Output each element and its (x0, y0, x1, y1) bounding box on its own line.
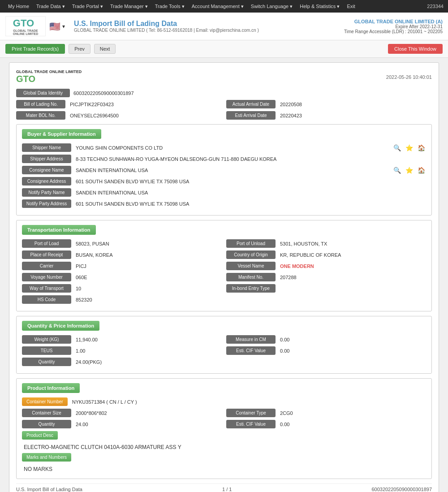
measure-col: Measure in CM 0.00 (226, 335, 426, 344)
container-size-value: 2000*806*802 (74, 410, 222, 417)
user-id: 223344 (427, 4, 444, 9)
product-header: Product Information (22, 383, 80, 393)
qp-quantity-label: Quantity (22, 358, 71, 366)
container-number-button[interactable]: Container Number (22, 397, 68, 406)
shipper-name-label: Shipper Name (22, 143, 71, 152)
nav-trade-tools[interactable]: Trade Tools ▾ (151, 4, 188, 9)
container-size-type-row: Container Size 2000*806*802 Container Ty… (22, 409, 426, 417)
esti-cif-label: Esti. CIF Value (226, 346, 276, 355)
shipper-name-value: YOUNG SHIN COMPONENTS CO LTD (74, 144, 390, 151)
consignee-search-icon[interactable]: 🔍 (392, 167, 402, 174)
port-unload-col: Port of Unload 5301, HOUSTON, TX (226, 239, 426, 248)
way-of-transport-value: 10 (74, 285, 222, 292)
page-pagination: 1 / 1 (222, 487, 232, 492)
master-bol-value: ONEYSELC26964500 (68, 112, 222, 119)
logo-text: GTO (13, 17, 38, 29)
container-number-value: NYKU3571384 ( CN / L / CY ) (70, 398, 426, 406)
consignee-star-icon[interactable]: ⭐ (405, 167, 414, 174)
global-data-identity-value: 6003202205090000301897 (73, 91, 134, 96)
actual-arrival-label: Actual Arrival Date (226, 100, 276, 108)
shipper-search-icon[interactable]: 🔍 (392, 144, 402, 151)
prod-cif-label: Esti. CIF Value (226, 420, 276, 428)
nav-help-statistics[interactable]: Help & Statistics ▾ (296, 4, 343, 9)
notify-party-address-label: Notify Party Address (22, 199, 71, 208)
actual-arrival-value: 20220508 (278, 101, 432, 108)
hs-code-value: 852320 (74, 296, 426, 303)
product-desc-button[interactable]: Product Desc (22, 431, 58, 440)
notify-name-row: Notify Party Name SANDEN INTERNATIONAL U… (22, 188, 426, 197)
quantity-price-header: Quantity & Price Information (22, 321, 99, 331)
nav-switch-language[interactable]: Switch Language ▾ (247, 4, 296, 9)
container-size-label: Container Size (22, 409, 71, 417)
nav-account-management[interactable]: Account Management ▾ (188, 4, 247, 9)
nav-exit[interactable]: Exit (343, 4, 358, 9)
container-type-label: Container Type (226, 409, 276, 417)
buyer-supplier-section: Buyer & Supplier Information Shipper Nam… (16, 124, 432, 216)
way-of-transport-label: Way of Transport (22, 284, 71, 293)
container-type-col: Container Type 2CG0 (226, 409, 426, 417)
flag-selector[interactable]: 🇺🇸 ▾ (49, 21, 65, 32)
nav-my-home[interactable]: My Home (4, 4, 33, 9)
consignee-address-value: 601 SOUTH SANDEN BLVD WYLIE TX 75098 USA (74, 178, 426, 185)
title-area: U.S. Import Bill of Lading Data GLOBAL T… (65, 20, 344, 33)
qp-quantity-value: 24.00(PKG) (74, 358, 426, 366)
country-origin-col: Country of Origin KR, REPUBLIC OF KOREA (226, 250, 426, 259)
logo-sub-text: GLOBAL TRADEONLINE LIMITED (13, 29, 38, 35)
shipper-home-icon[interactable]: 🏠 (417, 144, 426, 151)
container-type-value: 2CG0 (278, 410, 426, 417)
expire-date: Expire After 2022-12-31 (344, 24, 443, 29)
consignee-home-icon[interactable]: 🏠 (417, 167, 426, 174)
quantity-price-section: Quantity & Price Information Weight (KG)… (16, 316, 432, 374)
shipper-name-row: Shipper Name YOUNG SHIN COMPONENTS CO LT… (22, 143, 426, 152)
nav-trade-manager[interactable]: Trade Manager ▾ (107, 4, 151, 9)
hs-code-row: HS Code 852320 (22, 295, 426, 304)
marks-button[interactable]: Marks and Numbers (22, 453, 71, 462)
teus-col: TEUS 1.00 (22, 346, 222, 355)
shipper-star-icon[interactable]: ⭐ (405, 144, 414, 151)
consignee-name-value: SANDEN INTERNATIONAL USA (74, 167, 390, 174)
nav-trade-portal[interactable]: Trade Portal ▾ (69, 4, 107, 9)
global-data-identity-label: Global Data Identity (16, 89, 70, 97)
manifest-col: Manifest No. 207288 (226, 273, 426, 281)
consignee-name-label: Consignee Name (22, 166, 71, 174)
country-of-origin-label: Country of Origin (226, 250, 276, 259)
vessel-name-label: Vessel Name (226, 262, 276, 270)
marks-value: NO MARKS (22, 464, 426, 474)
manifest-no-label: Manifest No. (226, 273, 276, 281)
page-subtitle: GLOBAL TRADE ONLINE LIMITED ( Tel: 86-51… (74, 28, 344, 33)
top-navigation: My Home Trade Data ▾ Trade Portal ▾ Trad… (0, 0, 448, 13)
marks-row: Marks and Numbers (22, 453, 426, 462)
nav-trade-data[interactable]: Trade Data ▾ (33, 4, 69, 9)
port-of-unload-value: 5301, HOUSTON, TX (278, 240, 426, 247)
receipt-country-row: Place of Receipt BUSAN, KOREA Country of… (22, 250, 426, 259)
notify-party-name-value: SANDEN INTERNATIONAL USA (74, 189, 426, 196)
next-button-top[interactable]: Next (94, 44, 116, 54)
page-title: U.S. Import Bill of Lading Data (74, 20, 344, 28)
carrier-value: PICJ (74, 263, 222, 270)
esti-arrival-col: Esti Arrival Date 20220423 (226, 111, 432, 120)
toolbar-top: Print Trade Record(s) Prev Next Close Th… (0, 40, 448, 58)
page-footer-row: U.S. Import Bill of Lading Data 1 / 1 60… (16, 483, 432, 492)
inbond-col: In-bond Entry Type (226, 284, 426, 293)
timestamp: 2022-05-26 10:40:01 (386, 74, 432, 80)
prod-qty-col: Quantity 24.00 (22, 420, 222, 428)
voyage-manifest-row: Voyage Number 060E Manifest No. 207288 (22, 273, 426, 281)
weight-value: 11,940.00 (74, 336, 222, 343)
notify-address-row: Notify Party Address 601 SOUTH SANDEN BL… (22, 199, 426, 208)
port-row: Port of Load 58023, PUSAN Port of Unload… (22, 239, 426, 248)
carrier-col: Carrier PICJ (22, 262, 222, 270)
account-info: GLOBAL TRADE ONLINE LIMITED (A) Expire A… (344, 19, 443, 34)
port-of-load-value: 58023, PUSAN (74, 240, 222, 247)
in-bond-entry-label: In-bond Entry Type (226, 284, 276, 293)
prev-button-top[interactable]: Prev (69, 44, 90, 54)
page-source: U.S. Import Bill of Lading Data (16, 487, 82, 492)
prod-cif-value: 0.00 (278, 421, 426, 428)
port-of-load-label: Port of Load (22, 239, 71, 248)
bol-col: Bill of Lading No. PICJPTIK22F03423 (16, 100, 222, 108)
page-header: GTO GLOBAL TRADEONLINE LIMITED 🇺🇸 ▾ U.S.… (0, 13, 448, 40)
notify-party-address-value: 601 SOUTH SANDEN BLVD WYLIE TX 75098 USA (74, 200, 426, 207)
print-button-top[interactable]: Print Trade Record(s) (5, 44, 65, 54)
close-button-top[interactable]: Close This Window (388, 44, 443, 54)
mbol-esti-row: Mater BOL No. ONEYSELC26964500 Esti Arri… (16, 111, 432, 120)
shipper-address-value: 8-33 TECHNO SUNHWAN-RO YUGA-MYEON DALSEO… (74, 155, 426, 163)
